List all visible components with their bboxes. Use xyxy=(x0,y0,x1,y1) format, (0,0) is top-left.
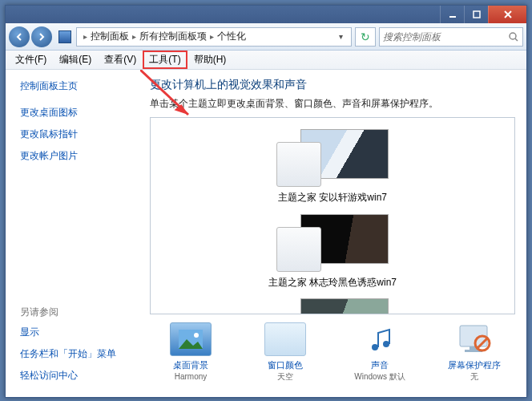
theme-list[interactable]: 主题之家 安以轩游戏win7 主题之家 林志玲黑色诱惑win7 xyxy=(150,117,515,314)
option-label: 屏幕保护程序 xyxy=(442,359,506,371)
menu-view[interactable]: 查看(V) xyxy=(98,51,143,69)
search-icon xyxy=(508,31,519,43)
option-value: 无 xyxy=(470,372,478,381)
see-also-link[interactable]: 显示 xyxy=(20,326,135,339)
sidebar-link[interactable]: 更改鼠标指针 xyxy=(20,128,135,141)
chevron-right-icon: ▸ xyxy=(132,32,136,41)
theme-name: 主题之家 安以轩游戏win7 xyxy=(268,192,397,205)
see-also-title: 另请参阅 xyxy=(20,306,135,319)
bottom-options: 桌面背景 Harmony 窗口颜色 天空 声音 Windows 默认 屏幕保护程… xyxy=(150,322,515,383)
option-value: 天空 xyxy=(277,372,293,381)
desktop-background-option[interactable]: 桌面背景 Harmony xyxy=(159,322,223,383)
theme-wallpaper-thumb xyxy=(300,298,389,314)
option-value: Harmony xyxy=(175,372,208,381)
sound-option[interactable]: 声音 Windows 默认 xyxy=(348,322,412,383)
maximize-button[interactable] xyxy=(464,6,488,23)
sidebar-link[interactable]: 更改帐户图片 xyxy=(20,149,135,163)
window: ▸ 控制面板 ▸ 所有控制面板项 ▸ 个性化 ▾ ↻ 文件(F) 编辑(E) 查… xyxy=(5,5,527,398)
window-color-icon xyxy=(264,322,306,356)
page-subheading: 单击某个主题立即更改桌面背景、窗口颜色、声音和屏幕保护程序。 xyxy=(150,97,515,111)
address-dropdown-icon[interactable]: ▾ xyxy=(333,32,348,41)
menu-help[interactable]: 帮助(H) xyxy=(187,51,233,69)
svg-point-11 xyxy=(383,341,389,347)
back-button[interactable] xyxy=(9,26,30,47)
svg-point-10 xyxy=(372,344,378,350)
menu-edit[interactable]: 编辑(E) xyxy=(53,51,98,69)
body: 控制面板主页 更改桌面图标 更改鼠标指针 更改帐户图片 另请参阅 显示 任务栏和… xyxy=(6,70,526,397)
theme-name: 主题之家 林志玲黑色诱惑win7 xyxy=(268,277,397,290)
close-button[interactable] xyxy=(488,6,526,23)
main: 更改计算机上的视觉效果和声音 单击某个主题立即更改桌面背景、窗口颜色、声音和屏幕… xyxy=(142,70,526,397)
theme-item[interactable] xyxy=(268,298,397,314)
option-label: 窗口颜色 xyxy=(253,359,317,371)
svg-rect-1 xyxy=(474,11,480,18)
chevron-right-icon: ▸ xyxy=(83,32,87,41)
theme-window-thumb xyxy=(276,227,321,272)
svg-point-9 xyxy=(194,333,199,338)
navbar: ▸ 控制面板 ▸ 所有控制面板项 ▸ 个性化 ▾ ↻ xyxy=(6,23,526,51)
option-label: 声音 xyxy=(348,359,412,371)
screensaver-option[interactable]: 屏幕保护程序 无 xyxy=(442,322,506,383)
window-color-option[interactable]: 窗口颜色 天空 xyxy=(253,322,317,383)
theme-window-thumb xyxy=(276,142,321,187)
svg-point-4 xyxy=(510,33,516,39)
see-also-link[interactable]: 任务栏和「开始」菜单 xyxy=(20,347,135,361)
option-label: 桌面背景 xyxy=(159,359,223,371)
address-icon xyxy=(58,30,71,43)
sidebar-home[interactable]: 控制面板主页 xyxy=(20,79,135,93)
sidebar: 控制面板主页 更改桌面图标 更改鼠标指针 更改帐户图片 另请参阅 显示 任务栏和… xyxy=(6,70,142,397)
page-heading: 更改计算机上的视觉效果和声音 xyxy=(150,78,515,92)
titlebar xyxy=(6,6,526,23)
minimize-button[interactable] xyxy=(440,6,464,23)
chevron-right-icon: ▸ xyxy=(210,32,214,41)
sound-icon xyxy=(359,322,401,356)
see-also-link[interactable]: 轻松访问中心 xyxy=(20,369,135,383)
desktop-background-icon xyxy=(170,322,212,356)
breadcrumb[interactable]: ▸ 控制面板 ▸ 所有控制面板项 ▸ 个性化 ▾ xyxy=(76,27,352,47)
menu-file[interactable]: 文件(F) xyxy=(9,51,53,69)
refresh-button[interactable]: ↻ xyxy=(355,27,376,47)
svg-line-5 xyxy=(515,38,518,41)
forward-button[interactable] xyxy=(31,26,52,47)
sidebar-link[interactable]: 更改桌面图标 xyxy=(20,106,135,119)
search-box[interactable] xyxy=(379,27,523,47)
menu-tools[interactable]: 工具(T) xyxy=(143,51,187,69)
crumb-leaf[interactable]: 个性化 xyxy=(217,30,246,43)
crumb-root[interactable]: 控制面板 xyxy=(91,30,129,43)
screensaver-icon xyxy=(453,322,495,356)
theme-item[interactable]: 主题之家 林志玲黑色诱惑win7 xyxy=(268,214,397,290)
menubar: 文件(F) 编辑(E) 查看(V) 工具(T) 帮助(H) xyxy=(6,51,526,70)
theme-item[interactable]: 主题之家 安以轩游戏win7 xyxy=(268,129,397,205)
crumb-mid[interactable]: 所有控制面板项 xyxy=(139,30,207,43)
search-input[interactable] xyxy=(383,31,508,43)
option-value: Windows 默认 xyxy=(354,372,405,381)
